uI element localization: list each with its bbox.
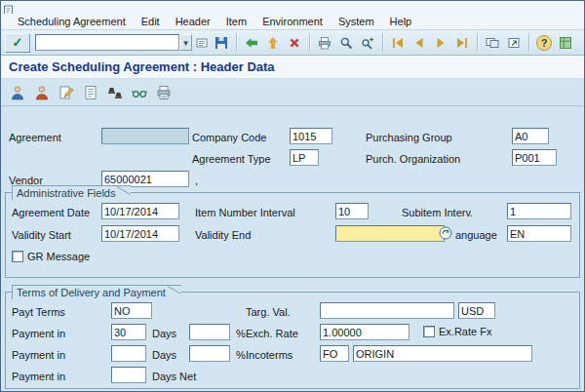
exit-icon[interactable] xyxy=(263,33,283,53)
find-next-icon[interactable] xyxy=(358,33,377,53)
agreement-type-label: Agreement Type xyxy=(192,151,271,168)
incoterms-field[interactable] xyxy=(320,345,349,362)
menu-help[interactable]: Help xyxy=(390,16,412,27)
toolbar-separator xyxy=(528,33,529,52)
possible-entries-icon[interactable] xyxy=(439,226,452,240)
percent-2-label: % xyxy=(236,347,246,364)
payment-in-3-field[interactable] xyxy=(111,367,146,383)
gr-message-checkbox[interactable] xyxy=(12,251,23,262)
header-details-icon[interactable] xyxy=(104,82,126,102)
payment-in-1-label: Payment in xyxy=(12,326,65,342)
incoterms-desc-field[interactable] xyxy=(353,345,532,362)
targ-val-currency-field[interactable] xyxy=(458,302,495,319)
toolbar-separator xyxy=(477,33,478,52)
save-icon[interactable] xyxy=(212,33,231,53)
create-shortcut-icon[interactable] xyxy=(504,33,524,53)
find-icon[interactable] xyxy=(336,33,356,53)
menu-system[interactable]: System xyxy=(338,16,374,27)
print-preview-icon[interactable] xyxy=(153,82,175,102)
terms-box: Terms of Delivery and Payment Payt Terms… xyxy=(5,292,580,389)
customize-icon[interactable] xyxy=(556,33,575,53)
company-code-field[interactable] xyxy=(290,128,332,144)
agreement-date-field[interactable] xyxy=(101,203,179,219)
last-page-icon[interactable] xyxy=(452,33,472,53)
menu-environment[interactable]: Environment xyxy=(262,16,323,27)
check-icon: ✓ xyxy=(13,36,23,49)
partner-icon[interactable] xyxy=(7,82,28,102)
enter-button[interactable]: ✓ xyxy=(5,33,30,53)
item-number-interval-field[interactable] xyxy=(335,203,369,219)
menu-item[interactable]: Item xyxy=(226,16,247,27)
targ-val-field[interactable] xyxy=(320,302,454,319)
sap-window: Scheduling Agreement Edit Header Item En… xyxy=(0,0,585,392)
ex-rate-fx-label: Ex.Rate Fx xyxy=(439,324,491,340)
payt-terms-field[interactable] xyxy=(111,302,152,319)
command-dropdown-icon[interactable]: ▾ xyxy=(179,34,192,51)
purch-organization-label: Purch. Organization xyxy=(366,151,460,168)
purchasing-group-label: Purchasing Group xyxy=(366,130,452,146)
validity-start-label: Validity Start xyxy=(12,227,71,244)
payment-2-pct-field[interactable] xyxy=(189,345,230,362)
change-icon[interactable] xyxy=(56,82,77,102)
page-title: Create Scheduling Agreement : Header Dat… xyxy=(9,59,275,74)
language-field[interactable] xyxy=(507,225,571,242)
payt-terms-label: Payt Terms xyxy=(12,304,65,321)
purchasing-group-field[interactable] xyxy=(512,128,549,144)
company-code-label: Company Code xyxy=(192,130,266,146)
title-bar: Create Scheduling Agreement : Header Dat… xyxy=(1,56,584,79)
payment-in-2-label: Payment in xyxy=(12,347,65,364)
new-session-icon[interactable] xyxy=(483,33,502,53)
application-toolbar xyxy=(1,79,584,106)
incoterms-label: Incoterms xyxy=(246,347,292,364)
menu-scheduling-agreement[interactable]: Scheduling Agreement xyxy=(18,16,126,27)
payment-in-3-label: Payment in xyxy=(12,369,65,385)
menu-header[interactable]: Header xyxy=(176,16,211,27)
toolbar-separator xyxy=(236,33,237,52)
menu-edit[interactable]: Edit xyxy=(141,16,160,27)
gr-message-label: GR Message xyxy=(27,249,90,265)
window-top-strip xyxy=(1,1,584,14)
command-input[interactable] xyxy=(35,34,179,51)
days-1-label: Days xyxy=(152,326,176,342)
cancel-icon[interactable] xyxy=(285,33,304,53)
print-icon[interactable] xyxy=(315,33,334,53)
agreement-field[interactable] xyxy=(101,128,189,144)
vendor-suffix: , xyxy=(195,173,198,189)
menu-bar: Scheduling Agreement Edit Header Item En… xyxy=(1,14,584,30)
display-icon[interactable] xyxy=(129,82,150,102)
agreement-label: Agreement xyxy=(9,130,61,146)
purch-organization-field[interactable] xyxy=(512,149,557,166)
subitem-interval-field[interactable] xyxy=(507,203,571,219)
validity-end-label: Validity End xyxy=(195,227,251,244)
validity-start-field[interactable] xyxy=(101,225,179,242)
payment-in-1-field[interactable] xyxy=(111,324,146,340)
terms-title: Terms of Delivery and Payment xyxy=(12,285,181,299)
language-label: anguage xyxy=(455,227,497,244)
question-mark: ? xyxy=(536,35,552,51)
command-history-icon[interactable] xyxy=(194,33,210,53)
payment-in-2-field[interactable] xyxy=(111,345,146,362)
help-icon[interactable]: ? xyxy=(534,33,554,53)
days-net-label: Days Net xyxy=(152,369,196,385)
back-icon[interactable] xyxy=(242,33,261,53)
payment-1-pct-field[interactable] xyxy=(189,324,230,340)
vendor-icon[interactable] xyxy=(31,82,53,102)
first-page-icon[interactable] xyxy=(388,33,408,53)
administrative-fields-box: Administrative Fields Agreement Date Ite… xyxy=(5,192,580,278)
main-toolbar: ✓ ▾ xyxy=(1,30,584,56)
prev-page-icon[interactable] xyxy=(410,33,429,53)
subitem-interval-label: Subitem Interv. xyxy=(402,205,473,221)
targ-val-label: Targ. Val. xyxy=(246,304,291,321)
agreement-type-field[interactable] xyxy=(290,149,319,166)
ex-rate-fx-checkbox[interactable] xyxy=(423,326,435,337)
days-2-label: Days xyxy=(152,347,176,364)
exch-rate-field[interactable] xyxy=(320,324,410,340)
exch-rate-label: Exch. Rate xyxy=(246,326,298,342)
item-number-interval-label: Item Number Interval xyxy=(195,205,295,221)
texts-icon[interactable] xyxy=(80,82,101,102)
validity-end-field[interactable] xyxy=(335,225,445,242)
administrative-fields-title: Administrative Fields xyxy=(12,185,131,200)
agreement-date-label: Agreement Date xyxy=(12,205,90,221)
next-page-icon[interactable] xyxy=(431,33,450,53)
toolbar-separator xyxy=(382,33,383,52)
